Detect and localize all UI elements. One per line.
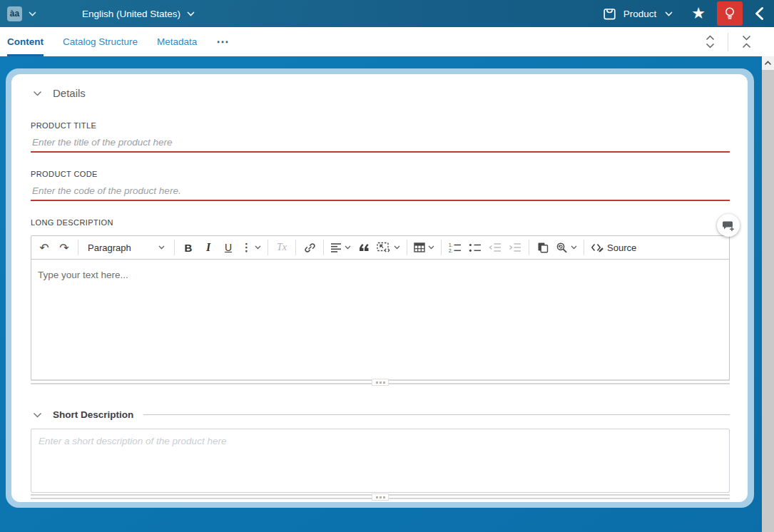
bulleted-list-icon[interactable] bbox=[465, 238, 485, 257]
italic-icon[interactable]: I bbox=[198, 238, 218, 257]
content-area: Details PRODUCT TITLE PRODUCT CODE LONG … bbox=[0, 56, 762, 532]
paragraph-style-dropdown[interactable]: Paragraph bbox=[82, 238, 170, 257]
product-code-input[interactable] bbox=[31, 182, 730, 201]
collapse-sections-icon[interactable] bbox=[734, 31, 758, 53]
divider bbox=[78, 240, 78, 255]
language-selector[interactable]: English (United States) bbox=[82, 9, 180, 19]
scroll-up-icon[interactable] bbox=[762, 56, 774, 70]
editor-placeholder: Type your text here... bbox=[38, 270, 128, 280]
language-icon[interactable]: àa bbox=[7, 6, 22, 21]
add-comment-button[interactable] bbox=[717, 214, 740, 237]
undo-icon[interactable]: ↶ bbox=[34, 238, 54, 257]
indent-icon[interactable] bbox=[505, 238, 525, 257]
source-code-icon bbox=[591, 242, 604, 253]
more-formatting-icon[interactable]: ⋮ bbox=[238, 238, 264, 257]
chevron-down-icon[interactable] bbox=[33, 91, 42, 96]
tab-bar: Content Catalog Structure Metadata ⋯ bbox=[0, 27, 774, 56]
top-bar: àa English (United States) Product ★ bbox=[0, 0, 774, 27]
short-description-resize-handle[interactable] bbox=[31, 494, 730, 501]
tab-metadata[interactable]: Metadata bbox=[157, 27, 197, 56]
chevron-down-icon[interactable] bbox=[29, 11, 36, 16]
more-tabs-icon[interactable]: ⋯ bbox=[216, 34, 229, 49]
divider bbox=[295, 240, 296, 255]
details-section-header: Details bbox=[33, 87, 86, 99]
divider bbox=[728, 33, 728, 51]
product-title-input[interactable] bbox=[31, 133, 730, 153]
paste-icon[interactable] bbox=[533, 238, 553, 257]
short-description-title: Short Description bbox=[53, 409, 133, 420]
topbar-right-group: Product ★ bbox=[602, 1, 767, 26]
find-replace-icon[interactable] bbox=[553, 238, 580, 257]
add-comment-icon bbox=[722, 220, 735, 232]
text-alignment-icon[interactable] bbox=[327, 238, 354, 257]
vertical-scrollbar[interactable] bbox=[762, 56, 774, 532]
divider bbox=[584, 240, 584, 255]
resize-grip-dots-icon bbox=[372, 379, 389, 386]
divider bbox=[143, 414, 730, 415]
highlight-button[interactable] bbox=[717, 1, 743, 26]
editor-text-area[interactable]: Type your text here... bbox=[31, 260, 729, 379]
short-description-input[interactable] bbox=[31, 429, 730, 493]
chevron-down-icon[interactable] bbox=[187, 11, 195, 16]
divider bbox=[174, 240, 175, 255]
divider bbox=[529, 240, 529, 255]
favorite-star-icon[interactable]: ★ bbox=[691, 6, 706, 21]
divider bbox=[268, 240, 268, 255]
product-title-label: PRODUCT TITLE bbox=[31, 121, 96, 130]
tab-catalog-structure[interactable]: Catalog Structure bbox=[63, 27, 138, 56]
details-section-title: Details bbox=[53, 87, 86, 99]
insert-html-icon[interactable] bbox=[374, 238, 403, 257]
resize-grip-dots-icon bbox=[372, 493, 389, 501]
svg-text:1.: 1. bbox=[449, 242, 453, 247]
lightbulb-icon bbox=[723, 6, 737, 21]
content-panel: Details PRODUCT TITLE PRODUCT CODE LONG … bbox=[11, 74, 748, 502]
product-bag-icon bbox=[602, 6, 617, 21]
insert-table-icon[interactable] bbox=[411, 238, 437, 257]
svg-text:2.: 2. bbox=[449, 248, 453, 252]
numbered-list-icon[interactable]: 1. 2. bbox=[445, 238, 465, 257]
source-button[interactable]: Source bbox=[588, 238, 639, 257]
redo-icon[interactable]: ↷ bbox=[54, 238, 74, 257]
tab-content[interactable]: Content bbox=[7, 27, 44, 56]
entity-selector[interactable]: Product bbox=[623, 9, 657, 19]
chevron-down-icon[interactable] bbox=[33, 412, 42, 418]
link-icon[interactable] bbox=[300, 238, 320, 257]
editor-toolbar: ↶ ↷ Paragraph B I U ⋮ bbox=[31, 236, 729, 260]
scrollbar-thumb[interactable] bbox=[762, 70, 774, 532]
divider bbox=[407, 240, 407, 255]
underline-icon[interactable]: U bbox=[218, 238, 238, 257]
editor-resize-handle[interactable] bbox=[31, 379, 730, 386]
product-code-label: PRODUCT CODE bbox=[31, 170, 98, 178]
chevron-down-icon[interactable] bbox=[665, 11, 673, 16]
short-description-header: Short Description bbox=[33, 409, 730, 420]
expand-sections-icon[interactable] bbox=[698, 31, 722, 53]
app-window: àa English (United States) Product ★ bbox=[0, 0, 774, 532]
long-description-label: LONG DESCRIPTION bbox=[31, 218, 113, 227]
long-description-editor: ↶ ↷ Paragraph B I U ⋮ bbox=[31, 235, 730, 380]
panel-controls bbox=[698, 31, 774, 53]
divider bbox=[441, 240, 442, 255]
block-quote-icon[interactable] bbox=[354, 238, 374, 257]
remove-format-icon[interactable]: Tx bbox=[272, 238, 292, 257]
collapse-right-chevron-icon[interactable] bbox=[754, 6, 764, 21]
bold-icon[interactable]: B bbox=[178, 238, 198, 257]
divider bbox=[323, 240, 324, 255]
outdent-icon[interactable] bbox=[485, 238, 505, 257]
